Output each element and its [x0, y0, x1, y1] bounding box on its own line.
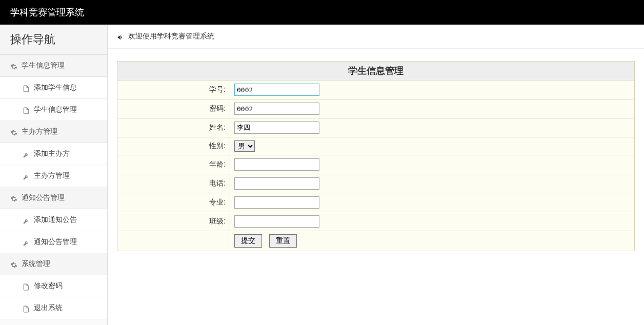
submit-button[interactable]: 提交: [234, 234, 262, 248]
app-header: 学科竞赛管理系统: [0, 0, 644, 25]
wrench-icon: [23, 172, 30, 179]
nav-item-label: 通知公告管理: [34, 237, 77, 247]
nav-group-label: 通知公告管理: [22, 193, 65, 202]
file-icon: [23, 84, 30, 91]
input-name[interactable]: [234, 121, 319, 134]
gear-icon: [10, 194, 17, 201]
gear-icon: [10, 62, 17, 69]
nav-item-label: 添加通知公告: [34, 215, 77, 225]
sidebar: 操作导航 学生信息管理 添加学生信息 学生信息管理 主办方管理: [0, 25, 108, 325]
nav-item-add-notice[interactable]: 添加通知公告: [0, 209, 107, 231]
nav-group-label: 系统管理: [22, 259, 50, 269]
gear-icon: [10, 260, 17, 268]
label-gender: 性别:: [117, 137, 230, 155]
label-password: 密码:: [117, 99, 230, 118]
nav-item-label: 修改密码: [34, 281, 63, 291]
nav-item-student-manage[interactable]: 学生信息管理: [0, 99, 107, 121]
nav-group-label: 主办方管理: [22, 127, 57, 136]
wrench-icon: [23, 238, 30, 246]
label-class: 班级:: [117, 212, 230, 231]
student-form-table: 学生信息管理 学号: 密码: 姓名: 性别:: [117, 61, 635, 251]
nav-group-notice[interactable]: 通知公告管理: [0, 187, 107, 209]
main-area: 欢迎使用学科竞赛管理系统 学生信息管理 学号: 密码: 姓名:: [108, 25, 644, 325]
input-major[interactable]: [234, 196, 319, 209]
wrench-icon: [23, 216, 30, 224]
nav-group-label: 学生信息管理: [22, 61, 65, 70]
nav-item-logout[interactable]: 退出系统: [0, 297, 107, 319]
speaker-icon: [117, 33, 124, 40]
nav-group-organizer[interactable]: 主办方管理: [0, 121, 107, 143]
input-student-id[interactable]: [234, 84, 319, 96]
nav-item-notice-manage[interactable]: 通知公告管理: [0, 231, 107, 253]
input-password[interactable]: [234, 103, 319, 115]
label-major: 专业:: [117, 193, 230, 212]
label-student-id: 学号:: [117, 80, 230, 99]
file-icon: [23, 282, 30, 290]
input-age[interactable]: [234, 158, 319, 171]
label-phone: 电话:: [117, 174, 230, 193]
nav-group-student-info[interactable]: 学生信息管理: [0, 55, 107, 77]
nav-item-label: 添加学生信息: [34, 83, 77, 92]
app-title: 学科竞赛管理系统: [10, 7, 84, 17]
label-age: 年龄:: [117, 155, 230, 174]
nav-item-label: 学生信息管理: [34, 105, 77, 114]
welcome-text: 欢迎使用学科竞赛管理系统: [128, 32, 214, 41]
select-gender[interactable]: 男 女: [234, 140, 255, 152]
nav-item-change-password[interactable]: 修改密码: [0, 275, 107, 297]
nav-item-add-student[interactable]: 添加学生信息: [0, 77, 107, 99]
form-title: 学生信息管理: [117, 62, 635, 80]
nav-group-system[interactable]: 系统管理: [0, 253, 107, 275]
wrench-icon: [23, 150, 30, 157]
reset-button[interactable]: 重置: [269, 234, 297, 248]
file-icon: [23, 106, 30, 113]
welcome-bar: 欢迎使用学科竞赛管理系统: [108, 25, 644, 49]
nav-item-label: 退出系统: [34, 303, 63, 313]
sidebar-title: 操作导航: [0, 25, 107, 55]
nav-item-label: 添加主办方: [34, 149, 70, 158]
input-phone[interactable]: [234, 177, 319, 190]
nav-item-add-organizer[interactable]: 添加主办方: [0, 143, 107, 165]
input-class[interactable]: [234, 215, 319, 228]
nav-item-label: 主办方管理: [34, 171, 70, 180]
gear-icon: [10, 128, 17, 135]
content: 学生信息管理 学号: 密码: 姓名: 性别:: [108, 49, 644, 263]
label-name: 姓名:: [117, 118, 230, 137]
file-icon: [23, 304, 30, 312]
nav-item-organizer-manage[interactable]: 主办方管理: [0, 165, 107, 187]
